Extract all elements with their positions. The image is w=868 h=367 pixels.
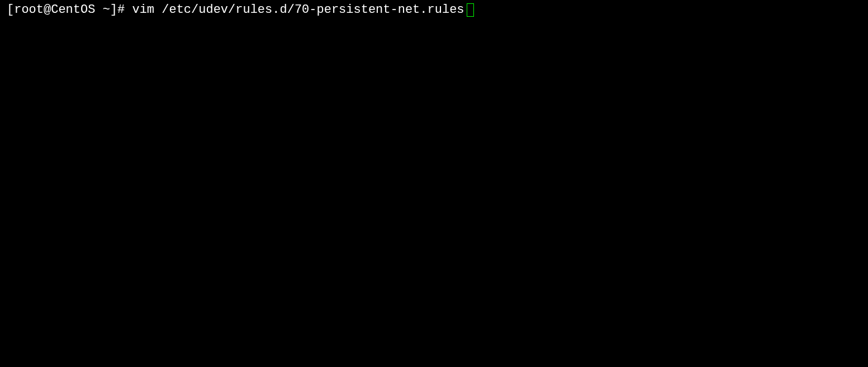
- cursor-icon: [467, 3, 474, 17]
- command-text: vim /etc/udev/rules.d/70-persistent-net.…: [132, 2, 464, 18]
- shell-prompt: [root@CentOS ~]#: [7, 2, 132, 18]
- terminal-line: [root@CentOS ~]# vim /etc/udev/rules.d/7…: [7, 2, 861, 18]
- terminal-window[interactable]: [root@CentOS ~]# vim /etc/udev/rules.d/7…: [0, 0, 868, 367]
